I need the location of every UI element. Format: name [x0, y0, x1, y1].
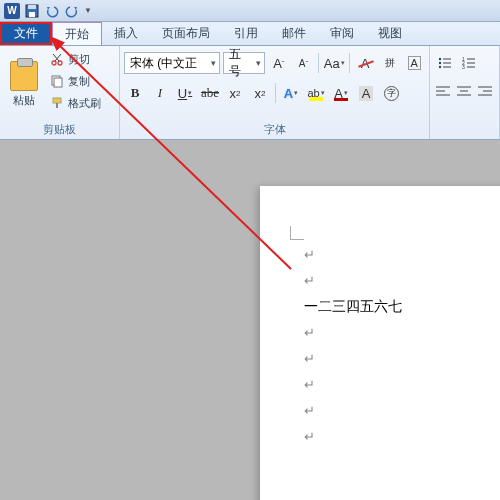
margin-corner-icon — [290, 226, 304, 240]
svg-point-15 — [439, 66, 441, 68]
save-button[interactable] — [24, 3, 40, 19]
copy-icon — [50, 74, 64, 88]
svg-rect-8 — [54, 78, 62, 87]
align-left-button[interactable] — [434, 83, 453, 103]
character-shading-button[interactable]: A — [355, 82, 377, 104]
tab-references[interactable]: 引用 — [222, 22, 270, 45]
strikethrough-button[interactable]: abe — [199, 82, 221, 104]
ribbon: 粘贴 剪切 复制 — [0, 46, 500, 140]
tab-mailings[interactable]: 邮件 — [270, 22, 318, 45]
ribbon-tabs: 文件 开始 插入 页面布局 引用 邮件 审阅 视图 — [0, 22, 500, 46]
svg-rect-10 — [56, 103, 58, 108]
qat-customize-dropdown[interactable]: ▼ — [84, 6, 92, 15]
tab-home[interactable]: 开始 — [52, 22, 102, 45]
brush-icon — [50, 96, 64, 110]
change-case-button[interactable]: Aa▾ — [323, 52, 345, 74]
copy-button[interactable]: 复制 — [46, 70, 105, 92]
enclose-characters-button[interactable]: 字 — [380, 82, 402, 104]
format-painter-label: 格式刷 — [68, 96, 101, 111]
align-right-button[interactable] — [476, 83, 495, 103]
svg-point-11 — [439, 58, 441, 60]
tab-view[interactable]: 视图 — [366, 22, 414, 45]
word-app-icon: W — [4, 3, 20, 19]
underline-button[interactable]: U▾ — [174, 82, 196, 104]
bullets-button[interactable] — [434, 52, 456, 74]
cut-label: 剪切 — [68, 52, 90, 67]
paste-label: 粘贴 — [13, 93, 35, 108]
italic-button[interactable]: I — [149, 82, 171, 104]
svg-rect-1 — [28, 5, 36, 9]
paragraph-mark: ↵ — [304, 372, 500, 398]
font-size-combo[interactable]: 五号 — [223, 52, 265, 74]
align-center-button[interactable] — [455, 83, 474, 103]
document-text-line[interactable]: 一二三四五六七 — [304, 294, 500, 320]
bold-button[interactable]: B — [124, 82, 146, 104]
font-name-combo[interactable]: 宋体 (中文正 — [124, 52, 220, 74]
text-effects-button[interactable]: A▾ — [280, 82, 302, 104]
file-tab[interactable]: 文件 — [0, 22, 52, 45]
character-border-button[interactable]: A — [403, 52, 425, 74]
font-group: 宋体 (中文正 五号 Aˆ Aˇ Aa▾ A 拼 A B I U▾ abe x2… — [120, 46, 430, 139]
paragraph-mark: ↵ — [304, 398, 500, 424]
undo-button[interactable] — [44, 3, 60, 19]
svg-rect-2 — [29, 12, 35, 17]
paragraph-group: 123 — [430, 46, 500, 139]
font-group-label: 字体 — [124, 120, 425, 139]
tab-review[interactable]: 审阅 — [318, 22, 366, 45]
clipboard-group: 粘贴 剪切 复制 — [0, 46, 120, 139]
paste-icon — [10, 61, 38, 91]
format-painter-button[interactable]: 格式刷 — [46, 92, 105, 114]
svg-rect-9 — [53, 98, 61, 103]
svg-point-3 — [52, 61, 56, 65]
tab-insert[interactable]: 插入 — [102, 22, 150, 45]
title-bar: W ▼ — [0, 0, 500, 22]
svg-point-13 — [439, 62, 441, 64]
copy-label: 复制 — [68, 74, 90, 89]
phonetic-guide-button[interactable]: 拼 — [379, 52, 401, 74]
superscript-button[interactable]: x2 — [249, 82, 271, 104]
paragraph-mark: ↵ — [304, 346, 500, 372]
paragraph-mark: ↵ — [304, 242, 500, 268]
document-workspace[interactable]: ↵ ↵ 一二三四五六七 ↵ ↵ ↵ ↵ ↵ — [0, 140, 500, 500]
subscript-button[interactable]: x2 — [224, 82, 246, 104]
paragraph-mark: ↵ — [304, 424, 500, 450]
paste-button[interactable]: 粘贴 — [4, 48, 44, 120]
paragraph-group-label — [434, 135, 495, 139]
document-page[interactable]: ↵ ↵ 一二三四五六七 ↵ ↵ ↵ ↵ ↵ — [260, 186, 500, 500]
numbering-button[interactable]: 123 — [458, 52, 480, 74]
highlight-button[interactable]: ab▾ — [305, 82, 327, 104]
clipboard-group-label: 剪贴板 — [4, 120, 115, 139]
grow-font-button[interactable]: Aˆ — [268, 52, 290, 74]
font-color-button[interactable]: A▾ — [330, 82, 352, 104]
clear-formatting-button[interactable]: A — [354, 52, 376, 74]
svg-point-4 — [58, 61, 62, 65]
paragraph-mark: ↵ — [304, 268, 500, 294]
redo-button[interactable] — [64, 3, 80, 19]
shrink-font-button[interactable]: Aˇ — [293, 52, 315, 74]
svg-text:3: 3 — [462, 64, 465, 70]
tab-page-layout[interactable]: 页面布局 — [150, 22, 222, 45]
paragraph-mark: ↵ — [304, 320, 500, 346]
cut-button[interactable]: 剪切 — [46, 48, 105, 70]
scissors-icon — [50, 52, 64, 66]
